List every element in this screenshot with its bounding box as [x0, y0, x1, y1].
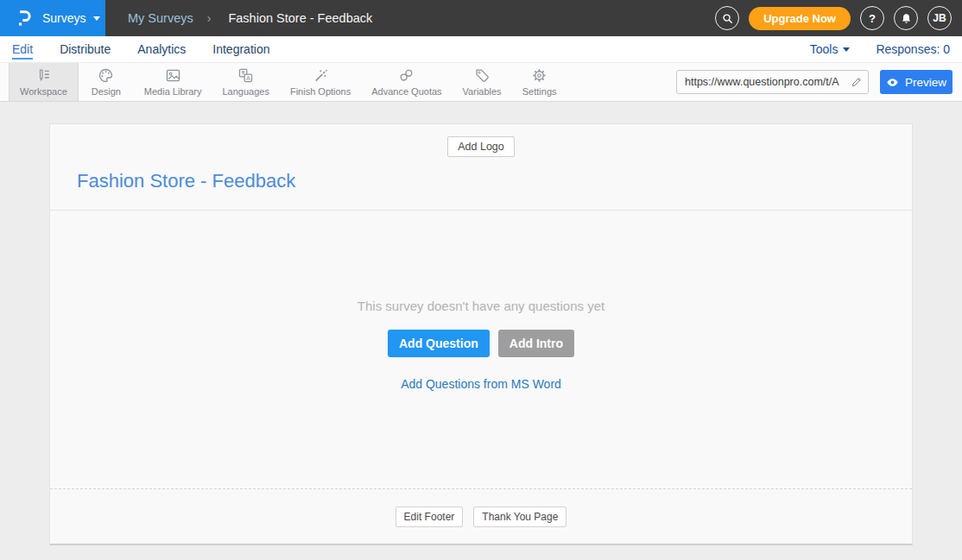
- section-tab-bar: Edit Distribute Analytics Integration To…: [0, 36, 962, 63]
- question-mark-icon: ?: [869, 12, 876, 25]
- main-content-area: Add Logo Fashion Store - Feedback This s…: [0, 123, 962, 560]
- preview-button[interactable]: Preview: [880, 70, 953, 94]
- toolbar-item-label: Advance Quotas: [371, 86, 441, 97]
- survey-empty-state: This survey doesn't have any questions y…: [50, 211, 912, 489]
- bell-icon: [900, 12, 913, 25]
- thank-you-page-button[interactable]: Thank You Page: [473, 507, 566, 527]
- breadcrumb-my-surveys[interactable]: My Surveys: [128, 11, 193, 25]
- tab-distribute[interactable]: Distribute: [60, 36, 111, 62]
- languages-icon: A: [237, 67, 254, 84]
- variables-tag-icon: [474, 67, 490, 84]
- toolbar-item-label: Variables: [463, 86, 502, 97]
- toolbar-item-label: Settings: [522, 86, 557, 97]
- toolbar-item-label: Media Library: [144, 86, 202, 97]
- toolbar-item-variables[interactable]: Variables: [453, 63, 512, 101]
- topbar-actions: Upgrade Now ? JB: [715, 6, 962, 30]
- avatar-initials: JB: [933, 12, 946, 24]
- chevron-down-icon: [843, 47, 850, 52]
- breadcrumb: My Surveys › Fashion Store - Feedback: [128, 11, 372, 25]
- toolbar-item-finish-options[interactable]: Finish Options: [280, 63, 361, 101]
- toolbar-item-advance-quotas[interactable]: Advance Quotas: [361, 63, 452, 101]
- survey-header: Add Logo Fashion Store - Feedback: [50, 124, 912, 211]
- toolbar-item-media-library[interactable]: Media Library: [134, 63, 212, 101]
- toolbar-item-workspace[interactable]: Workspace: [9, 63, 79, 101]
- media-library-icon: [165, 67, 181, 84]
- preview-label: Preview: [905, 76, 946, 89]
- responses-count[interactable]: Responses: 0: [876, 42, 950, 56]
- edit-footer-button[interactable]: Edit Footer: [396, 507, 464, 527]
- notifications-button[interactable]: [894, 6, 918, 30]
- toolbar-item-settings[interactable]: Settings: [512, 63, 567, 101]
- pencil-icon: [851, 76, 863, 88]
- add-questions-from-ms-word-link[interactable]: Add Questions from MS Word: [401, 377, 561, 391]
- questionpro-logo-icon: [15, 9, 33, 28]
- tab-analytics[interactable]: Analytics: [137, 36, 186, 62]
- tabbar-right-controls: Tools Responses: 0: [810, 36, 950, 62]
- toolbar-item-label: Languages: [222, 86, 269, 97]
- breadcrumb-separator: ›: [207, 11, 212, 25]
- toolbar-right-controls: Preview: [676, 63, 962, 101]
- design-palette-icon: [98, 67, 114, 84]
- empty-state-actions: Add Question Add Intro: [388, 330, 574, 357]
- questionpro-product-switcher[interactable]: Surveys: [0, 0, 105, 36]
- toolbar-item-label: Finish Options: [290, 86, 351, 97]
- help-button[interactable]: ?: [860, 6, 884, 30]
- workspace-icon: [35, 67, 52, 84]
- tab-integration[interactable]: Integration: [212, 36, 269, 62]
- advance-quotas-link-icon: [398, 67, 415, 84]
- add-intro-button[interactable]: Add Intro: [498, 330, 574, 357]
- add-question-button[interactable]: Add Question: [388, 330, 490, 357]
- survey-url-input[interactable]: [677, 76, 845, 88]
- edit-url-button[interactable]: [845, 71, 868, 93]
- survey-editor-card: Add Logo Fashion Store - Feedback This s…: [49, 123, 913, 545]
- user-avatar[interactable]: JB: [927, 6, 952, 30]
- top-navigation-bar: Surveys My Surveys › Fashion Store - Fee…: [0, 0, 962, 36]
- chevron-down-icon: [93, 16, 100, 21]
- search-icon: [721, 12, 734, 25]
- toolbar-item-design[interactable]: Design: [79, 63, 134, 101]
- svg-text:A: A: [246, 75, 250, 82]
- survey-footer: Edit Footer Thank You Page: [50, 489, 912, 544]
- add-logo-button[interactable]: Add Logo: [447, 136, 515, 157]
- eye-icon: [886, 76, 899, 89]
- survey-title[interactable]: Fashion Store - Feedback: [77, 170, 912, 192]
- toolbar-item-label: Design: [92, 86, 121, 97]
- settings-gear-icon: [531, 67, 547, 84]
- product-label: Surveys: [42, 11, 86, 25]
- finish-options-wand-icon: [313, 67, 329, 84]
- search-button[interactable]: [715, 6, 739, 30]
- tools-label: Tools: [810, 42, 839, 56]
- toolbar-item-label: Workspace: [20, 86, 67, 97]
- toolbar-item-languages[interactable]: A Languages: [212, 63, 279, 101]
- survey-url-field: [676, 70, 869, 94]
- empty-state-message: This survey doesn't have any questions y…: [358, 299, 604, 313]
- editor-toolbar: Workspace Design Media Library: [0, 63, 962, 102]
- breadcrumb-current-survey: Fashion Store - Feedback: [228, 11, 372, 25]
- tools-dropdown[interactable]: Tools: [810, 42, 851, 56]
- tab-edit[interactable]: Edit: [12, 36, 33, 62]
- upgrade-now-button[interactable]: Upgrade Now: [749, 7, 851, 30]
